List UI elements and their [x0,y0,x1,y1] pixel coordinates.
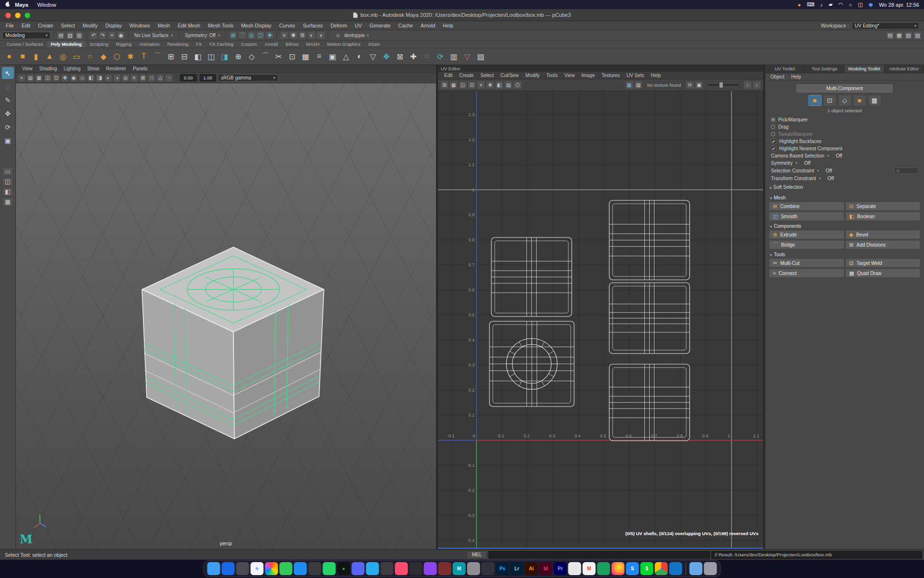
shadows-icon[interactable]: ◑ [113,74,121,82]
menu-set-select[interactable]: Modeling ▾ [2,32,51,39]
lock-camera-icon[interactable]: ▤ [26,74,34,82]
pinch-icon[interactable]: ⊠ [394,50,406,63]
texture-display-icon[interactable]: ▦ [625,81,633,89]
poly-cone-icon[interactable]: ▲ [43,50,56,63]
two-pane-layout-icon[interactable]: ◧ [2,187,13,196]
construction-history-icon[interactable]: ✱ [289,31,297,39]
uv-shell[interactable] [609,364,690,441]
face-mode-icon[interactable]: ■ [853,95,866,106]
section-header-tools[interactable]: ▾Tools [765,249,924,259]
dock-icon-firefox[interactable] [612,562,625,575]
dock-icon-marmoset[interactable] [482,562,495,575]
screen-record-icon[interactable]: ● [796,0,803,9]
dock-icon-downloads-folder[interactable] [690,562,703,575]
shelf-tab[interactable]: FX [192,41,205,48]
joints-xray-icon[interactable]: △ [156,74,164,82]
render-icon[interactable]: ◐ [308,31,316,39]
shelf-tab[interactable]: Poly Modeling [47,41,86,48]
uv-editor-title[interactable]: UV Editor [438,65,763,72]
mac-clock[interactable]: Wo 28 apr. 12:56 [879,2,919,8]
uv-menu-item[interactable]: UV Sets [623,73,648,78]
exposure-field[interactable]: 0.00 [180,74,197,81]
user-chip[interactable]: ☺ dextoppie ▾ [331,31,372,39]
dock-icon-slack[interactable] [381,562,394,575]
dock-icon-music[interactable] [395,562,408,575]
quad-draw-icon[interactable]: ▦ [299,50,312,63]
uv-borders-icon[interactable]: ▤ [504,81,513,89]
menu-item[interactable]: Mesh Tools [204,23,237,28]
extrude-button[interactable]: ⊕Extrude [769,230,844,239]
checkbox-highlight-backfaces[interactable]: ✔Highlight Backfaces [765,138,924,145]
shaded-icon[interactable]: ◧ [87,74,95,82]
menu-item[interactable]: File [2,23,18,28]
viewport-menu-item[interactable]: Shading [36,66,61,71]
poly-disc-icon[interactable]: ○ [84,50,96,63]
viewport-menu-item[interactable]: Lighting [60,66,84,71]
toolkit-menu-item[interactable]: Help [788,74,805,79]
selection-mask-icon[interactable]: ⌖ [108,31,116,39]
hierarchy-mode-icon[interactable]: ◉ [117,31,125,39]
shelf-tab[interactable]: FX Caching [205,41,237,48]
dock-icon-notes[interactable] [308,562,321,575]
command-line-input[interactable] [488,551,710,559]
add-divisions-button[interactable]: ⊞Add Divisions [846,240,921,249]
pixel-snap-icon[interactable]: ⌖ [477,81,485,89]
poly-cylinder-icon[interactable]: ▮ [30,50,42,63]
distortion-icon[interactable]: ⬡ [513,81,522,89]
target-weld-button[interactable]: ⊡Target Weld [846,259,921,267]
textured-icon[interactable]: ◨ [96,74,103,82]
snap-plane-icon[interactable]: ⬡ [257,31,265,39]
keyboard-icon[interactable]: ⌨ [805,0,816,9]
separate-button[interactable]: ⊟Separate [846,202,921,210]
layout-toggle-icon[interactable]: ▨ [913,31,922,39]
shelf-tab[interactable]: Rendering [163,41,192,48]
boolean-button[interactable]: ◧Boolean [846,212,921,221]
outliner-layout-icon[interactable]: ▦ [2,197,13,206]
uv-layout-icon[interactable]: ◫ [459,81,467,89]
menu-item[interactable]: Modify [79,23,102,28]
constraint-value-field[interactable]: 0 [894,168,918,174]
menu-item[interactable]: Arnold [417,23,439,28]
select-tool-icon[interactable]: ↖ [2,67,14,79]
shelf-tab[interactable]: Bifrost [282,41,302,48]
quad-draw-button[interactable]: ▦Quad Draw [846,269,921,277]
dock-icon-cash[interactable]: $ [641,562,654,575]
volume-icon[interactable]: ♪ [818,0,825,9]
grab-icon[interactable]: ✥ [380,50,393,63]
shelf-tab[interactable]: Curves / Surfaces [3,41,47,48]
shelf-tab[interactable]: Rigging [112,41,135,48]
poly-sphere-icon[interactable]: ● [3,50,15,63]
select-transform-constraint[interactable]: Transform Constraint▾Off [765,175,924,182]
grid-toggle-icon[interactable]: ▦ [895,31,903,39]
apple-menu-icon[interactable] [5,1,11,8]
dock-icon-safari[interactable]: ✧ [251,562,264,575]
dock-icon-trash[interactable] [704,562,717,575]
menu-item[interactable]: Windows [126,23,154,28]
dock-icon-telegram[interactable] [366,562,379,575]
dock-icon-finder[interactable] [207,562,220,575]
bevel-icon[interactable]: ◇ [245,50,258,63]
sculpt-icon[interactable]: ◐ [353,50,366,63]
snap-curve-icon[interactable]: ⌒ [238,31,246,39]
extrude-icon[interactable]: ⊕ [232,50,244,63]
dock-icon-premiere[interactable]: Pr [554,562,567,575]
isolate-select-icon[interactable]: ⊠ [139,74,147,82]
dock-icon-gmail[interactable]: M [583,562,596,575]
menu-item[interactable]: Generate [366,23,395,28]
history-icon[interactable]: ≡ [280,31,288,39]
menu-item[interactable]: UV [351,23,366,28]
right-panel-tab[interactable]: UV Toolkit [765,65,805,73]
settings-icon[interactable]: ⚙ [298,31,307,39]
uv-menu-item[interactable]: Modify [522,73,543,78]
crease-icon[interactable]: △ [340,50,352,63]
bevel-button[interactable]: ◆Bevel [846,230,921,239]
battery-icon[interactable]: ▰ [827,0,834,9]
connect-button[interactable]: ≈Connect [769,269,844,277]
panel-toggle-icon[interactable]: ▧ [904,31,912,39]
viewport-menu-item[interactable]: Renderer [103,66,129,71]
relax-icon[interactable]: ▽ [367,50,379,63]
shelf-tab[interactable]: MASH [302,41,323,48]
dock-icon-maya[interactable]: M [453,562,466,575]
spotlight-icon[interactable]: ○ [847,0,854,9]
ao-icon[interactable]: ◎ [122,74,129,82]
